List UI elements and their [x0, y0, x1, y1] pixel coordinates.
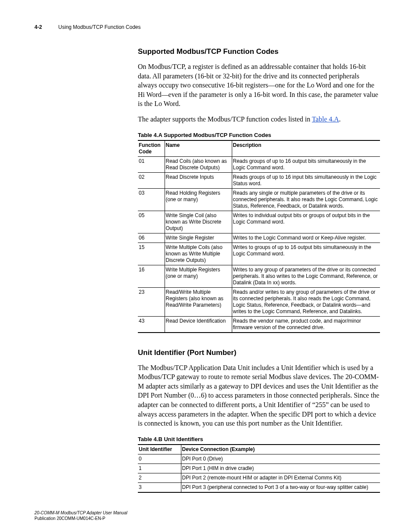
section1-paragraph-1: On Modbus/TCP, a register is defined as … — [138, 62, 380, 109]
cell-function-code: 43 — [138, 316, 165, 333]
th-device-connection: Device Connection (Example) — [181, 445, 380, 454]
th-name: Name — [165, 140, 232, 157]
cell-description: Writes to individual output bits or grou… — [232, 211, 380, 233]
cell-device-connection: DPI Port 2 (remote-mount HIM or adapter … — [181, 473, 380, 482]
page-number: 4-2 — [34, 24, 42, 30]
section-heading-unit-identifier: Unit Identifier (Port Number) — [138, 348, 380, 357]
cell-unit-identifier: 0 — [138, 454, 181, 464]
cell-name: Read/Write Multiple Registers (also know… — [165, 287, 232, 316]
cell-unit-identifier: 1 — [138, 464, 181, 473]
cell-device-connection: DPI Port 3 (peripheral connected to Port… — [181, 482, 380, 492]
table-row: 06Write Single RegisterWrites to the Log… — [138, 233, 380, 243]
th-function-code: Function Code — [138, 140, 165, 157]
footer-manual-title: 20-COMM-M Modbus/TCP Adapter User Manual — [34, 510, 380, 516]
table-row: 05Write Single Coil (also known as Write… — [138, 211, 380, 233]
cell-device-connection: DPI Port 1 (HIM in drive cradle) — [181, 464, 380, 473]
th-description: Description — [232, 140, 380, 157]
cell-description: Reads and/or writes to any group of para… — [232, 287, 380, 316]
page-footer: 20-COMM-M Modbus/TCP Adapter User Manual… — [34, 510, 380, 521]
section-heading-supported-codes: Supported Modbus/TCP Function Codes — [138, 47, 380, 56]
cell-device-connection: DPI Port 0 (Drive) — [181, 454, 380, 464]
table-row: 0DPI Port 0 (Drive) — [138, 454, 380, 464]
table-header-row: Function Code Name Description — [138, 140, 380, 157]
cell-name: Read Holding Registers (one or many) — [165, 188, 232, 211]
footer-publication-id: Publication 20COMM-UM014C-EN-P — [34, 516, 380, 521]
table-row: 03Read Holding Registers (one or many)Re… — [138, 188, 380, 211]
cell-unit-identifier: 3 — [138, 482, 181, 492]
table-row: 16Write Multiple Registers (one or many)… — [138, 265, 380, 287]
chapter-title: Using Modbus/TCP Function Codes — [58, 24, 140, 30]
table-4a-link[interactable]: Table 4.A — [312, 115, 339, 123]
section1-paragraph-2: The adapter supports the Modbus/TCP func… — [138, 115, 380, 124]
section1-p2-text-a: The adapter supports the Modbus/TCP func… — [138, 115, 312, 123]
th-unit-identifier: Unit Identifier — [138, 445, 181, 454]
cell-function-code: 01 — [138, 156, 165, 172]
cell-description: Reads any single or multiple parameters … — [232, 188, 380, 211]
section2-paragraph-1: The Modbus/TCP Application Data Unit inc… — [138, 363, 380, 428]
cell-function-code: 02 — [138, 172, 165, 188]
section1-p2-text-b: . — [339, 115, 341, 123]
table-4b-caption: Table 4.B Unit Identifiers — [138, 436, 380, 442]
table-row: 01Read Coils (also known as Read Discret… — [138, 156, 380, 172]
cell-description: Writes to the Logic Command word or Keep… — [232, 233, 380, 243]
cell-function-code: 15 — [138, 243, 165, 265]
cell-function-code: 03 — [138, 188, 165, 211]
table-row: 02Read Discrete InputsReads groups of up… — [138, 172, 380, 188]
cell-unit-identifier: 2 — [138, 473, 181, 482]
cell-description: Writes to any group of parameters of the… — [232, 265, 380, 287]
cell-description: Reads the vendor name, product code, and… — [232, 316, 380, 333]
cell-name: Write Single Coil (also known as Write D… — [165, 211, 232, 233]
cell-function-code: 06 — [138, 233, 165, 243]
cell-name: Write Multiple Registers (one or many) — [165, 265, 232, 287]
page-header: 4-2 Using Modbus/TCP Function Codes — [34, 24, 380, 30]
cell-description: Reads groups of up to 16 output bits sim… — [232, 156, 380, 172]
cell-name: Write Single Register — [165, 233, 232, 243]
cell-name: Read Discrete Inputs — [165, 172, 232, 188]
cell-name: Write Multiple Coils (also known as Writ… — [165, 243, 232, 265]
cell-function-code: 05 — [138, 211, 165, 233]
cell-name: Read Coils (also known as Read Discrete … — [165, 156, 232, 172]
table-row: 43Read Device IdentificationReads the ve… — [138, 316, 380, 333]
table-4a: Function Code Name Description 01Read Co… — [138, 140, 380, 333]
table-4b: Unit Identifier Device Connection (Examp… — [138, 444, 380, 493]
cell-name: Read Device Identification — [165, 316, 232, 333]
table-4a-caption: Table 4.A Supported Modbus/TCP Function … — [138, 132, 380, 138]
table-row: 15Write Multiple Coils (also known as Wr… — [138, 243, 380, 265]
cell-function-code: 16 — [138, 265, 165, 287]
cell-description: Reads groups of up to 16 input bits simu… — [232, 172, 380, 188]
table-row: 2DPI Port 2 (remote-mount HIM or adapter… — [138, 473, 380, 482]
cell-function-code: 23 — [138, 287, 165, 316]
table-row: 3DPI Port 3 (peripheral connected to Por… — [138, 482, 380, 492]
cell-description: Writes to groups of up to 16 output bits… — [232, 243, 380, 265]
table-header-row: Unit Identifier Device Connection (Examp… — [138, 445, 380, 454]
table-row: 23Read/Write Multiple Registers (also kn… — [138, 287, 380, 316]
table-row: 1DPI Port 1 (HIM in drive cradle) — [138, 464, 380, 473]
